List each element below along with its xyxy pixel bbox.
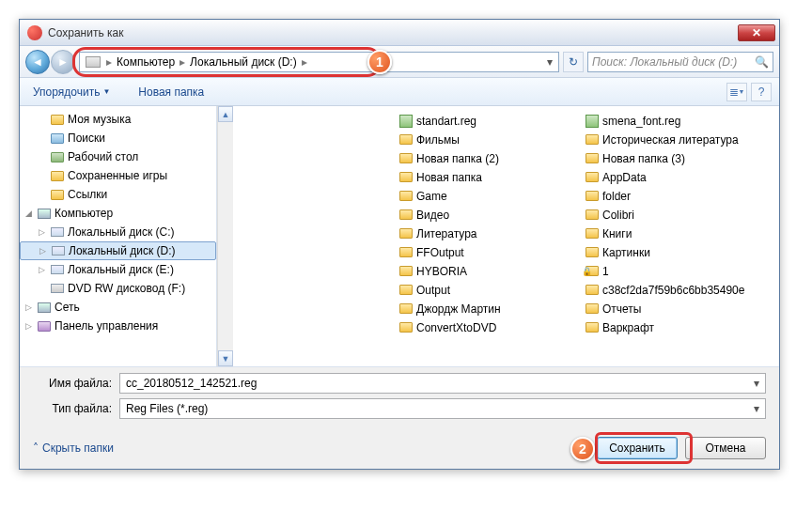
tree-label: Сеть xyxy=(55,301,80,314)
chevron-down-icon[interactable]: ▾ xyxy=(754,377,759,390)
file-item[interactable]: Game xyxy=(399,187,586,205)
folder-icon xyxy=(399,209,413,220)
help-button[interactable]: ? xyxy=(751,83,772,101)
file-item[interactable]: ConvertXtoDVD xyxy=(399,318,586,336)
address-bar[interactable]: ▸ Компьютер ▸ Локальный диск (D:) ▸ ▾ xyxy=(79,52,559,72)
folder-icon xyxy=(586,247,599,257)
file-name: HYBORIA xyxy=(416,265,467,278)
drive-icon xyxy=(86,56,101,68)
file-name: 1 xyxy=(602,265,609,278)
view-mode-button[interactable]: ≣▼ xyxy=(726,83,747,101)
file-item[interactable]: 1 xyxy=(586,262,772,280)
hide-folders-label: Скрыть папки xyxy=(42,441,114,455)
breadcrumb-dropdown[interactable]: ▾ xyxy=(543,55,556,69)
search-icon: 🔍 xyxy=(755,55,769,69)
folder-icon xyxy=(586,322,599,333)
breadcrumb-computer[interactable]: Компьютер xyxy=(114,55,178,69)
tree-item-dvd[interactable]: DVD RW дисковод (F:) xyxy=(20,279,216,298)
save-button[interactable]: Сохранить xyxy=(597,437,678,459)
folder-icon xyxy=(399,266,413,276)
tree-label: Ссылки xyxy=(68,188,107,201)
breadcrumb-disk-d[interactable]: Локальный диск (D:) xyxy=(187,55,300,69)
file-item[interactable]: Литература xyxy=(399,225,586,242)
close-button[interactable]: ✕ xyxy=(738,24,775,41)
nav-tree[interactable]: Моя музыка Поиски Рабочий стол Сохраненн… xyxy=(20,106,217,366)
file-item[interactable]: c38cf2da7f59b6c6bb35490e xyxy=(586,281,772,299)
annotation-marker-1: 1 xyxy=(367,50,392,74)
cancel-button[interactable]: Отмена xyxy=(685,437,766,459)
tree-item-disk-e[interactable]: ▷Локальный диск (E:) xyxy=(20,260,216,279)
folder-icon xyxy=(586,134,599,145)
file-item[interactable]: Новая папка xyxy=(399,168,586,186)
file-name: FFOutput xyxy=(416,246,464,259)
file-item[interactable]: Фильмы xyxy=(399,131,586,148)
file-item[interactable]: AppData xyxy=(586,168,772,186)
filename-input[interactable]: cc_20180512_142521.reg ▾ xyxy=(119,373,766,394)
file-name: standart.reg xyxy=(416,115,476,128)
chevron-down-icon: ▼ xyxy=(102,87,110,96)
tree-label: DVD RW дисковод (F:) xyxy=(68,282,185,295)
window-title: Сохранить как xyxy=(48,26,738,39)
filetype-value: Reg Files (*.reg) xyxy=(126,402,208,415)
tree-item-savedgames[interactable]: Сохраненные игры xyxy=(20,166,216,185)
tree-item-desktop[interactable]: Рабочий стол xyxy=(20,147,216,166)
folder-icon xyxy=(399,153,413,163)
chevron-down-icon[interactable]: ▾ xyxy=(754,402,759,415)
tree-item-computer[interactable]: ◢Компьютер xyxy=(20,204,216,223)
file-item[interactable]: Отчеты xyxy=(586,300,772,317)
folder-icon xyxy=(399,134,413,145)
refresh-button[interactable]: ↻ xyxy=(563,52,584,72)
file-item[interactable]: standart.reg xyxy=(399,112,586,130)
tree-label: Локальный диск (C:) xyxy=(68,225,175,239)
nav-buttons: ◄ ► xyxy=(25,50,75,74)
folder-icon xyxy=(399,303,413,314)
scroll-up-button[interactable]: ▲ xyxy=(218,106,233,122)
tree-item-mymusic[interactable]: Моя музыка xyxy=(20,110,216,129)
folder-icon xyxy=(399,228,413,239)
file-item[interactable]: Output xyxy=(399,281,586,299)
file-name: Джордж Мартин xyxy=(416,302,501,316)
tree-label: Сохраненные игры xyxy=(68,169,167,182)
file-item[interactable]: folder xyxy=(586,187,772,205)
chevron-right-icon: ▸ xyxy=(302,55,307,69)
file-item[interactable]: Colibri xyxy=(586,206,772,224)
folder-icon xyxy=(586,266,599,276)
tree-label: Поиски xyxy=(68,132,105,145)
file-item[interactable]: Джордж Мартин xyxy=(399,300,586,317)
tree-item-links[interactable]: Ссылки xyxy=(20,185,216,204)
navbar: ◄ ► ▸ Компьютер ▸ Локальный диск (D:) ▸ … xyxy=(20,46,779,78)
new-folder-button[interactable]: Новая папка xyxy=(133,85,210,99)
tree-item-searches[interactable]: Поиски xyxy=(20,129,216,147)
file-item[interactable]: Новая папка (3) xyxy=(586,149,772,167)
filename-value: cc_20180512_142521.reg xyxy=(126,377,257,390)
file-list[interactable]: standart.regФильмыНовая папка (2)Новая п… xyxy=(392,106,779,366)
tree-item-network[interactable]: ▷Сеть xyxy=(20,298,216,317)
tree-item-disk-d[interactable]: ▷Локальный диск (D:) xyxy=(20,241,216,260)
file-item[interactable]: Книги xyxy=(586,225,772,242)
scroll-down-button[interactable]: ▼ xyxy=(218,350,233,366)
file-item[interactable]: Варкрафт xyxy=(586,318,772,336)
filetype-select[interactable]: Reg Files (*.reg) ▾ xyxy=(119,398,766,419)
back-button[interactable]: ◄ xyxy=(25,50,50,74)
file-name: Историческая литература xyxy=(602,133,739,147)
hide-folders-toggle[interactable]: ˄ Скрыть папки xyxy=(33,441,114,455)
search-input[interactable]: Поиск: Локальный диск (D:) 🔍 xyxy=(587,52,773,72)
organize-button[interactable]: Упорядочить ▼ xyxy=(27,85,116,99)
file-item[interactable]: Видео xyxy=(399,206,586,224)
tree-label: Локальный диск (D:) xyxy=(69,244,176,257)
file-item[interactable]: Новая папка (2) xyxy=(399,149,586,167)
tree-item-disk-c[interactable]: ▷Локальный диск (C:) xyxy=(20,223,216,241)
file-name: Отчеты xyxy=(602,302,641,316)
reg-file-icon xyxy=(586,115,599,128)
forward-button[interactable]: ► xyxy=(51,50,75,74)
file-item[interactable]: FFOutput xyxy=(399,243,586,261)
tree-item-control-panel[interactable]: ▷Панель управления xyxy=(20,317,216,335)
tree-scrollbar[interactable]: ▲ ▼ xyxy=(217,106,233,366)
filename-label: Имя файла: xyxy=(33,377,119,390)
file-item[interactable]: HYBORIA xyxy=(399,262,586,280)
reg-file-icon xyxy=(399,115,413,128)
file-item[interactable]: Историческая литература xyxy=(586,131,772,148)
file-item[interactable]: smena_font.reg xyxy=(586,112,772,130)
file-name: Литература xyxy=(416,227,477,240)
file-item[interactable]: Картинки xyxy=(586,243,772,261)
